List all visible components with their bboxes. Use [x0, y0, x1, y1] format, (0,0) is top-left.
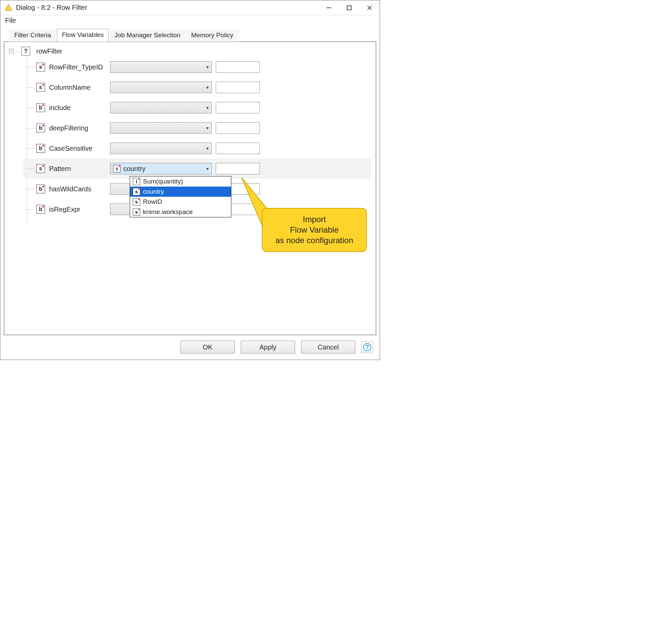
- var-row-deepfiltering: b deepFiltering ▾: [23, 118, 371, 138]
- tree-root-label: rowFilter: [36, 48, 62, 55]
- var-value-input[interactable]: [216, 81, 260, 93]
- content-area: Filter Criteria Flow Variables Job Manag…: [0, 27, 380, 335]
- tab-memory-policy[interactable]: Memory Policy: [186, 29, 238, 42]
- chevron-down-icon: ▾: [206, 146, 208, 151]
- help-button[interactable]: ?: [361, 341, 373, 353]
- var-value-input[interactable]: [216, 122, 260, 134]
- apply-button[interactable]: Apply: [241, 341, 295, 353]
- var-row-pattern: s Pattern s country ▾: [23, 159, 371, 179]
- var-label: RowFilter_TypeID: [49, 63, 110, 71]
- var-combo-pattern[interactable]: s country ▾: [110, 163, 212, 175]
- window-controls: [319, 0, 380, 15]
- var-label: Pattern: [49, 165, 110, 173]
- var-value-input[interactable]: [216, 163, 260, 175]
- type-badge-int: i: [133, 178, 140, 185]
- type-badge-bool: b: [36, 205, 45, 214]
- dropdown-item-label: Sum(quantity): [143, 178, 183, 185]
- var-row-columnname: s ColumnName ▾: [23, 77, 371, 97]
- menubar: File: [0, 15, 380, 27]
- chevron-down-icon: ▾: [206, 125, 208, 131]
- type-badge-string: s: [36, 164, 45, 173]
- svg-text:?: ?: [365, 344, 369, 350]
- var-combo[interactable]: ▾: [110, 61, 212, 73]
- var-label: CaseSensitive: [49, 145, 110, 152]
- var-row-include: b include ▾: [23, 97, 371, 118]
- pattern-dropdown: i Sum(quantity) s country s RowID s knim…: [130, 176, 231, 217]
- ok-button[interactable]: OK: [181, 341, 235, 353]
- svg-marker-0: [5, 4, 12, 11]
- dropdown-item-selected[interactable]: s country: [130, 187, 231, 197]
- var-row-casesensitive: b CaseSensitive ▾: [23, 138, 371, 159]
- minimize-button[interactable]: [319, 0, 339, 15]
- type-badge-string: s: [113, 165, 121, 172]
- button-bar: OK Apply Cancel ?: [0, 335, 380, 360]
- dropdown-item[interactable]: s knime.workspace: [130, 207, 231, 217]
- cancel-button[interactable]: Cancel: [301, 341, 355, 353]
- tree-root: − ? rowFilter: [9, 47, 371, 56]
- dropdown-item-label: country: [143, 188, 164, 195]
- app-icon: [4, 4, 13, 12]
- type-badge-bool: b: [36, 124, 45, 132]
- var-combo[interactable]: ▾: [110, 81, 212, 93]
- dropdown-item[interactable]: s RowID: [130, 197, 231, 207]
- menu-file[interactable]: File: [5, 17, 16, 24]
- tree-collapse-icon[interactable]: −: [9, 49, 14, 54]
- type-badge-string: s: [133, 208, 140, 216]
- tab-filter-criteria[interactable]: Filter Criteria: [9, 29, 56, 42]
- var-combo[interactable]: ▾: [110, 102, 212, 113]
- titlebar: Dialog - 8:2 - Row Filter: [0, 0, 380, 15]
- dropdown-item-label: knime.workspace: [143, 208, 193, 216]
- combo-selected-label: country: [123, 165, 146, 173]
- flow-variables-panel: − ? rowFilter s RowFilter_TypeID ▾ s Col…: [4, 41, 376, 335]
- callout-line: Flow Variable: [269, 224, 359, 235]
- var-combo[interactable]: ▾: [110, 143, 212, 154]
- chevron-down-icon: ▾: [206, 85, 208, 90]
- type-badge-string: s: [133, 198, 140, 205]
- type-badge-bool: b: [36, 185, 45, 193]
- tab-job-manager[interactable]: Job Manager Selection: [109, 29, 185, 42]
- type-badge-string: s: [133, 188, 140, 195]
- maximize-button[interactable]: [339, 0, 359, 15]
- chevron-down-icon: ▾: [206, 105, 208, 110]
- help-node-icon: ?: [21, 47, 30, 56]
- callout-line: Import: [269, 214, 359, 224]
- var-label: hasWildCards: [49, 185, 110, 193]
- var-label: deepFiltering: [49, 124, 110, 132]
- annotation-callout: Import Flow Variable as node configurati…: [262, 208, 367, 252]
- close-button[interactable]: [359, 0, 380, 15]
- type-badge-string: s: [36, 63, 45, 71]
- dropdown-item-label: RowID: [143, 198, 162, 205]
- var-row-rowfilter-typeid: s RowFilter_TypeID ▾: [23, 57, 371, 77]
- window-title: Dialog - 8:2 - Row Filter: [16, 4, 319, 12]
- var-combo[interactable]: ▾: [110, 122, 212, 134]
- var-value-input[interactable]: [216, 61, 260, 73]
- dialog-window: Dialog - 8:2 - Row Filter File Filter Cr…: [0, 0, 380, 360]
- dropdown-item[interactable]: i Sum(quantity): [130, 177, 231, 187]
- type-badge-bool: b: [36, 144, 45, 153]
- svg-rect-2: [347, 6, 351, 10]
- chevron-down-icon: ▾: [206, 166, 208, 171]
- tab-flow-variables[interactable]: Flow Variables: [57, 29, 109, 42]
- var-value-input[interactable]: [216, 102, 260, 113]
- var-value-input[interactable]: [216, 143, 260, 154]
- tab-strip: Filter Criteria Flow Variables Job Manag…: [4, 29, 376, 42]
- type-badge-string: s: [36, 83, 45, 92]
- var-label: include: [49, 104, 110, 112]
- var-label: ColumnName: [49, 84, 110, 91]
- type-badge-bool: b: [36, 103, 45, 112]
- var-label: isRegExpr: [49, 205, 110, 213]
- chevron-down-icon: ▾: [206, 64, 208, 70]
- callout-line: as node configuration: [269, 235, 359, 245]
